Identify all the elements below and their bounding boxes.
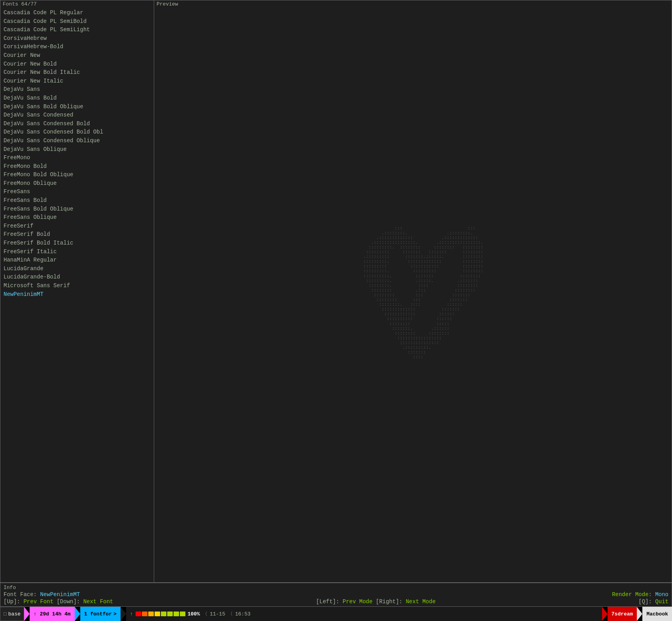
arrow-before-session [602,607,608,621]
task-label: 1 fontfor [84,611,112,617]
font-list-item[interactable]: FreeMono Oblique [0,179,154,188]
chevron-1: 〈 [202,610,208,617]
font-list-item[interactable]: Cascadia Code PL SemiBold [0,17,154,26]
font-list-item[interactable]: FreeSans [0,188,154,196]
font-list-item[interactable]: FreeSans Oblique [0,213,154,222]
battery-segment [142,612,147,616]
font-list-item[interactable]: DejaVu Sans Bold Oblique [0,103,154,111]
task-arrow: > [113,611,117,617]
preview-panel-title: Preview [154,0,672,8]
battery-segment [161,612,166,616]
font-face-info: Font Face: NewPeninimMT [4,591,80,598]
next-mode-label: Next Mode [406,598,436,605]
uptime-label: ↑ 29d 14h 4m [34,611,71,617]
battery-segment [180,612,185,616]
font-list[interactable]: Cascadia Code PL RegularCascadia Code PL… [0,8,154,582]
font-list-panel: Fonts 64/77 Cascadia Code PL RegularCasc… [0,0,154,583]
battery-segment [174,612,179,616]
font-list-item[interactable]: DejaVu Sans [0,85,154,94]
left-label: [Left]: [316,598,340,605]
render-mode-info: Render Mode: Mono [612,591,668,598]
battery-segment [148,612,154,616]
font-list-item[interactable]: LucidaGrande [0,265,154,273]
font-list-item[interactable]: FreeSans Bold Oblique [0,205,154,214]
font-list-item[interactable]: DejaVu Sans Condensed Bold [0,120,154,128]
battery-bar [136,612,185,616]
render-mode-value: Mono [655,591,668,598]
status-middle-segment: ↑ 100% 〈 11-15 〈 16:53 [126,607,602,621]
nav-keys-right: [Left]: Prev Mode [Right]: Next Mode [316,598,436,605]
info-row-1: Font Face: NewPeninimMT Render Mode: Mon… [4,591,668,598]
status-task-segment: 1 fontfor > [80,607,121,621]
prev-mode-label: Prev Mode [343,598,376,605]
quit-key: [Q]: Quit [638,598,668,605]
font-list-item[interactable]: Cascadia Code PL Regular [0,9,154,17]
arrow-after-base [24,607,30,621]
font-list-item[interactable]: DejaVu Sans Oblique [0,145,154,154]
font-list-item[interactable]: FreeMono [0,154,154,162]
status-session-segment: 7sdream [608,607,637,621]
q-label: [Q]: [638,598,652,605]
up-arrow-icon: ↑ [130,611,133,617]
fonts-panel-title: Fonts 64/77 [0,0,154,8]
preview-content: ::: ::: .::::::::. .::::::::. .:::::::::… [154,8,672,582]
down-label: [Down]: [57,598,80,605]
chevron-2: 〈 [228,610,233,617]
status-hostname-segment: Macbook [642,607,672,621]
quit-label: Quit [655,598,668,605]
info-row-2: [Up]: Prev Font [Down]: Next Font [Left]… [4,598,668,605]
font-face-value: NewPeninimMT [40,591,80,598]
status-base-segment: □ base [0,607,24,621]
font-list-item[interactable]: Courier New Bold Italic [0,68,154,77]
font-list-item[interactable]: DejaVu Sans Condensed [0,111,154,120]
main-area: Fonts 64/77 Cascadia Code PL RegularCasc… [0,0,672,583]
arrow-before-hostname [637,607,642,621]
render-mode-label: Render Mode: [612,591,652,598]
nav-keys-left: [Up]: Prev Font [Down]: Next Font [4,598,113,605]
battery-pct: 100% [188,611,200,617]
font-face-label: Font Face: [4,591,37,598]
font-list-item[interactable]: FreeSerif [0,222,154,231]
font-list-item[interactable]: FreeSerif Italic [0,248,154,256]
status-uptime-segment: ↑ 29d 14h 4m [30,607,75,621]
battery-segment [167,612,173,616]
arrow-after-task [121,607,126,621]
battery-segment [155,612,160,616]
hostname-label: Macbook [646,611,668,617]
base-icon: □ [4,611,7,617]
font-list-item[interactable]: LucidaGrande-Bold [0,273,154,282]
session-label: 7sdream [612,611,633,617]
time-label: 16:53 [235,611,251,617]
font-list-item[interactable]: Courier New Italic [0,77,154,86]
font-list-item[interactable]: FreeMono Bold Oblique [0,171,154,179]
font-list-item[interactable]: HanaMinA Regular [0,256,154,265]
font-list-item[interactable]: DejaVu Sans Condensed Oblique [0,137,154,145]
arrow-after-uptime [75,607,80,621]
range-label: 11-15 [210,611,225,617]
font-list-item[interactable]: Cascadia Code PL SemiLight [0,26,154,34]
font-list-item[interactable]: CorsivaHebrew-Bold [0,43,154,51]
up-label: [Up]: [4,598,20,605]
info-panel-title: Info [4,585,668,591]
font-list-item[interactable]: Courier New [0,51,154,60]
font-list-item[interactable]: FreeMono Bold [0,162,154,171]
base-label: base [8,611,21,617]
font-list-item[interactable]: DejaVu Sans Bold [0,94,154,103]
font-list-item[interactable]: NewPeninimMT [0,290,154,299]
info-panel: Info Font Face: NewPeninimMT Render Mode… [0,583,672,607]
font-list-item[interactable]: Microsoft Sans Serif [0,282,154,290]
font-list-item[interactable]: Courier New Bold [0,60,154,69]
font-list-item[interactable]: FreeSans Bold [0,196,154,205]
font-list-item[interactable]: DejaVu Sans Condensed Bold Obl [0,128,154,137]
preview-panel: Preview ::: ::: .::::::::. .::::::::. .:… [154,0,672,583]
font-list-item[interactable]: FreeSerif Bold [0,230,154,239]
battery-segment [136,612,141,616]
font-list-item[interactable]: FreeSerif Bold Italic [0,239,154,248]
font-list-item[interactable]: CorsivaHebrew [0,34,154,43]
ascii-art-display: ::: ::: .::::::::. .::::::::. .:::::::::… [342,226,483,365]
status-bar: □ base ↑ 29d 14h 4m 1 fontfor > ↑ 100% 〈… [0,607,672,621]
next-font-label: Next Font [83,598,113,605]
prev-font-label: Prev Font [23,598,57,605]
right-label: [Right]: [376,598,402,605]
